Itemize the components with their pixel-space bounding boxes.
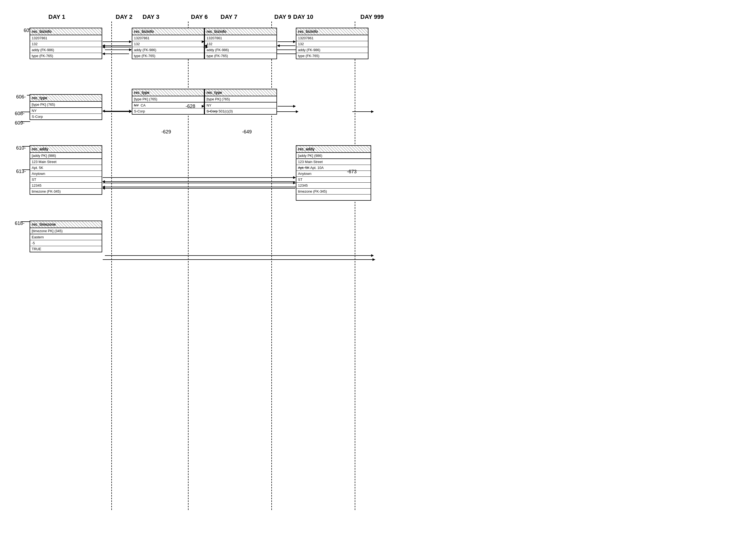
svg-marker-13 xyxy=(129,110,132,113)
svg-marker-23 xyxy=(102,186,105,188)
rec-bizinfo-day3-row2: 132 xyxy=(132,41,204,47)
rec-bizinfo-day7-row2: 132 xyxy=(205,41,277,47)
svg-marker-60 xyxy=(293,105,296,108)
rec-bizinfo-day1-row3: addy (FK-986) xyxy=(30,47,102,53)
rec-type-day7-header: rec_type xyxy=(205,89,277,96)
rec-addy-day10-row7: timezone (FK-345) xyxy=(296,188,371,194)
rec-addy-day10-row6: 12345 xyxy=(296,183,371,188)
rec-type-day1: rec_type [type PK] (765) NY S-Corp xyxy=(29,94,102,120)
rec-bizinfo-day1-header: rec_bizinfo xyxy=(30,28,102,35)
rec-addy-day10-row1: [addy PK] (986) xyxy=(296,153,371,159)
label-609: 609- xyxy=(15,120,25,126)
rec-addy-day10-apt5k-strike: Apt. 5K xyxy=(298,166,310,170)
rec-type-day7-row2: NY xyxy=(205,102,277,108)
rec-addy-day10-row4: Anytown xyxy=(296,171,371,177)
day-lines xyxy=(0,0,756,538)
rec-type-day3-row3: S-Corp xyxy=(132,108,204,114)
rec-bizinfo-day10-row1: 13207861 xyxy=(296,35,368,41)
rec-bizinfo-day3-row1: 13207861 xyxy=(132,35,204,41)
label-608: 608- xyxy=(15,111,25,117)
rec-bizinfo-day7-row3: addy (FK-986) xyxy=(205,47,277,53)
rec-type-day3-row1: [type PK] (765) xyxy=(132,96,204,102)
label-673: -673 xyxy=(347,169,357,175)
day6-label: DAY 6 xyxy=(191,14,208,21)
rec-bizinfo-day7-header: rec_bizinfo xyxy=(205,28,277,35)
rec-addy-day10-row2: 123 Main Street xyxy=(296,159,371,165)
rec-addy-day1: rec_addy [addy PK] (986) 123 Main Street… xyxy=(29,145,102,195)
rec-addy-day1-row5: ST xyxy=(30,177,102,183)
svg-marker-40 xyxy=(102,187,105,189)
rec-type-day3-ny-strike: NY xyxy=(134,103,139,107)
diagram: DAY 1 DAY 2 DAY 3 DAY 6 DAY 7 DAY 9 DAY … xyxy=(0,0,756,538)
svg-marker-62 xyxy=(293,176,296,179)
svg-marker-25 xyxy=(371,254,374,257)
day7-label: DAY 7 xyxy=(221,14,237,21)
rec-addy-day10-row3: Apt. 5K Apt. 10A xyxy=(296,165,371,171)
rec-addy-day1-row7: timezone (FK-345) xyxy=(30,188,102,194)
svg-marker-3 xyxy=(102,52,105,55)
label-628: -628 xyxy=(185,104,195,109)
day3-label: DAY 3 xyxy=(142,14,159,21)
arrows-svg xyxy=(0,0,756,538)
rec-bizinfo-day1-row1: 13207861 xyxy=(30,35,102,41)
label-649: -649 xyxy=(242,129,252,135)
svg-marker-42 xyxy=(373,258,375,261)
rec-timezone-day1-row3: -5 xyxy=(30,240,102,246)
rec-bizinfo-day10-row2: 132 xyxy=(296,41,368,47)
svg-marker-54 xyxy=(277,44,280,47)
svg-marker-64 xyxy=(102,180,105,183)
rec-type-day1-header: rec_type xyxy=(30,95,102,102)
rec-timezone-day1-row4: TRUE xyxy=(30,246,102,252)
rec-bizinfo-day10-row3: addy (FK-986) xyxy=(296,47,368,53)
svg-marker-31 xyxy=(102,46,105,48)
rec-addy-day1-row4: Anytown xyxy=(30,171,102,177)
rec-addy-day10: rec_addy [addy PK] (986) 123 Main Street… xyxy=(296,145,371,201)
rec-addy-day1-row6: 12345 xyxy=(30,183,102,188)
rec-timezone-day1-row2: Eastern xyxy=(30,234,102,240)
day2-label: DAY 2 xyxy=(116,14,132,21)
rec-addy-day1-header: rec_addy xyxy=(30,146,102,153)
rec-bizinfo-day3: rec_bizinfo 13207861 132 addy (FK-986) t… xyxy=(132,28,204,59)
label-629: -629 xyxy=(161,129,171,135)
brackets xyxy=(0,0,81,538)
rec-type-day7-row3: S-Corp 501(c)(3) xyxy=(205,108,277,114)
rec-timezone-day1-row1: [timezone PK] (345) xyxy=(30,228,102,234)
rec-bizinfo-day3-header: rec_bizinfo xyxy=(132,28,204,35)
rec-bizinfo-day1: rec_bizinfo 13207861 132 addy (FK-986) t… xyxy=(29,28,102,59)
rec-type-day1-row2: NY xyxy=(30,108,102,114)
rec-bizinfo-day7-row1: 13207861 xyxy=(205,35,277,41)
label-613: 613- xyxy=(16,169,26,174)
rec-bizinfo-day7-row4: type (FK-765) xyxy=(205,53,277,59)
day10-label: DAY 10 xyxy=(293,14,313,21)
svg-marker-44 xyxy=(129,40,132,43)
rec-addy-day1-row1: [addy PK] (986) xyxy=(30,153,102,159)
rec-addy-day10-header: rec_addy xyxy=(296,146,371,153)
svg-marker-35 xyxy=(102,110,105,112)
day9-label: DAY 9 xyxy=(274,14,291,21)
rec-bizinfo-day7: rec_bizinfo 13207861 132 addy (FK-986) t… xyxy=(204,28,277,59)
complex-arrows xyxy=(0,0,756,538)
rec-bizinfo-day1-row2: 132 xyxy=(30,41,102,47)
label-606: 606- xyxy=(16,94,26,100)
rec-type-day1-row1: [type PK] (765) xyxy=(30,102,102,108)
rec-type-day7: rec_type [type PK] (765) NY S-Corp 501(c… xyxy=(204,89,277,115)
label-610: 610- xyxy=(16,145,26,151)
rec-bizinfo-day1-row4: type (FK-765) xyxy=(30,53,102,59)
rec-bizinfo-day3-row4: type (FK-765) xyxy=(132,53,204,59)
svg-marker-19 xyxy=(371,110,374,113)
rec-type-day7-scorp-strike: S-Corp xyxy=(207,109,218,113)
svg-marker-52 xyxy=(293,40,296,43)
rec-addy-day10-row8 xyxy=(296,194,371,200)
rec-bizinfo-day3-row3: addy (FK-986) xyxy=(132,47,204,53)
svg-marker-17 xyxy=(296,110,299,113)
svg-marker-46 xyxy=(102,44,105,47)
rec-bizinfo-day10-header: rec_bizinfo xyxy=(296,28,368,35)
rec-timezone-day1: rec_timezone [timezone PK] (345) Eastern… xyxy=(29,221,102,252)
rec-timezone-day1-header: rec_timezone xyxy=(30,221,102,228)
svg-marker-38 xyxy=(293,182,296,184)
svg-marker-1 xyxy=(129,48,132,51)
rec-bizinfo-day10-row4: type (FK-765) xyxy=(296,53,368,59)
rec-addy-day1-row2: 123 Main Street xyxy=(30,159,102,165)
rec-addy-day1-row3: Apt. 5K xyxy=(30,165,102,171)
rec-type-day3-header: rec_type xyxy=(132,89,204,96)
